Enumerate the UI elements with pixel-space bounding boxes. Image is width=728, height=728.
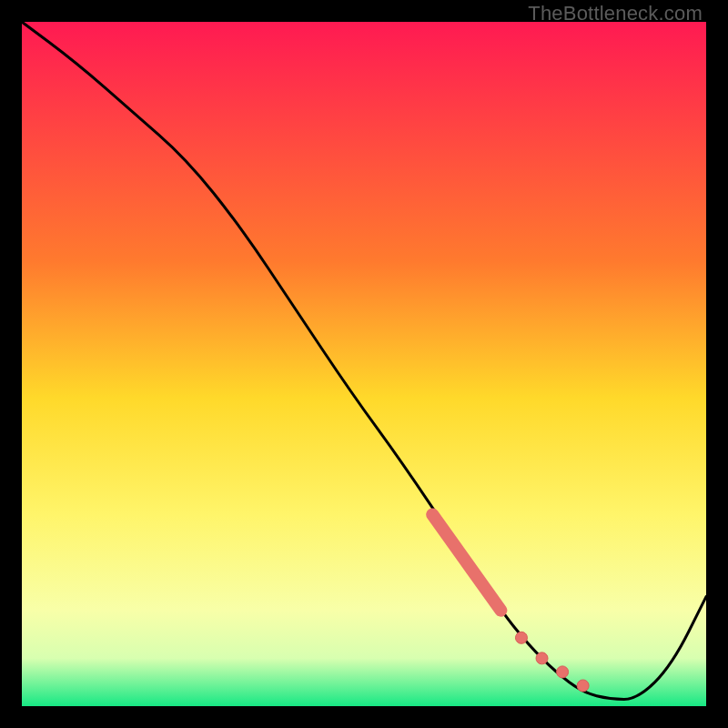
highlight-dot xyxy=(577,680,589,692)
chart-frame xyxy=(22,22,706,706)
bottleneck-plot xyxy=(22,22,706,706)
highlight-dot xyxy=(536,652,548,664)
gradient-background xyxy=(22,22,706,706)
highlight-dot xyxy=(515,632,527,643)
highlight-dot xyxy=(557,666,569,678)
